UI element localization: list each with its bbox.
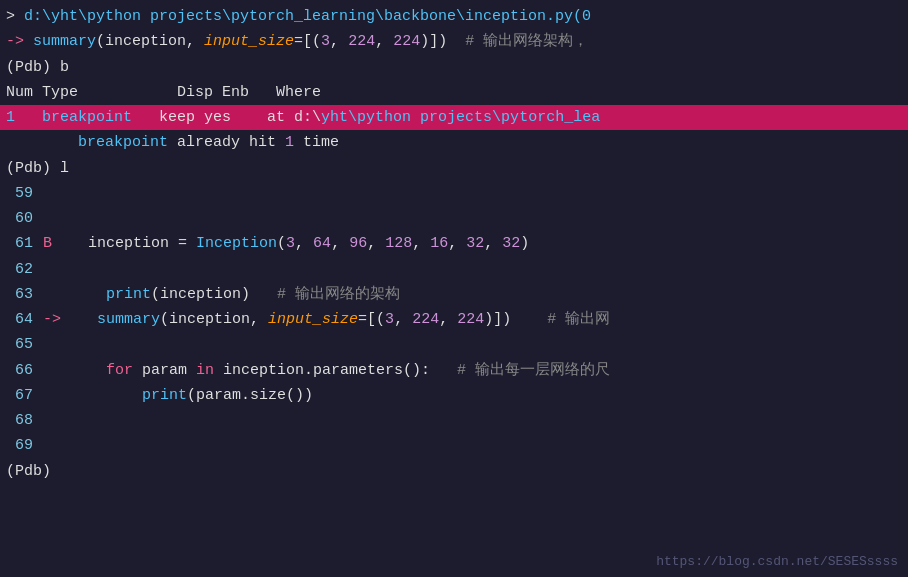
linenum-60: 60	[6, 207, 34, 230]
line-pdb-b: (Pdb) b	[0, 55, 908, 80]
line-breakpoint: 1 breakpoint keep yes at d:\ yht\python …	[0, 105, 908, 130]
summary-paren: (inception,	[96, 30, 204, 53]
code-66-rest: inception.parameters():	[214, 359, 457, 382]
line-68: 68	[0, 408, 908, 433]
code-64-c1: ,	[394, 308, 412, 331]
code-61-v4: 128	[385, 232, 412, 255]
path-prefix: >	[6, 5, 24, 28]
line-67: 67 print (param.size())	[0, 383, 908, 408]
bp-sub-time: time	[294, 131, 339, 154]
line-62: 62	[0, 257, 908, 282]
bp-spacing2: keep yes at	[132, 106, 294, 129]
bp-spacing3: d:\	[294, 106, 321, 129]
line-summary: -> summary (inception, input_size =[( 3 …	[0, 29, 908, 54]
linenum-69: 69	[6, 434, 34, 457]
pdb-prompt-final: (Pdb)	[6, 460, 51, 483]
code-64-v1: 3	[385, 308, 394, 331]
line-pdb-l: (Pdb) l	[0, 156, 908, 181]
code-64-eq: =[(	[358, 308, 385, 331]
code-61-v5: 16	[430, 232, 448, 255]
summary-end: )])	[420, 30, 465, 53]
summary-func: summary	[33, 30, 96, 53]
code-66-in: in	[196, 359, 214, 382]
watermark: https://blog.csdn.net/SESESssss	[656, 554, 898, 569]
summary-val1: 3	[321, 30, 330, 53]
code-64-end: )])	[484, 308, 547, 331]
line-path: > d:\yht\python projects\pytorch_learnin…	[0, 4, 908, 29]
code-61-paren: (	[277, 232, 286, 255]
code-63-comment: # 输出网络的架构	[277, 283, 400, 306]
summary-comma1: ,	[330, 30, 348, 53]
bp-type: breakpoint	[42, 106, 132, 129]
header-text: Num Type Disp Enb Where	[6, 81, 321, 104]
code-63-paren: (inception)	[151, 283, 277, 306]
arrow-indicator: ->	[6, 30, 33, 53]
summary-eq: =[(	[294, 30, 321, 53]
code-61-class: Inception	[196, 232, 277, 255]
code-66-sp	[34, 359, 106, 382]
code-61-sp: inception =	[52, 232, 196, 255]
pdb-prompt-l: (Pdb) l	[6, 157, 69, 180]
arrow-64: ->	[34, 308, 61, 331]
summary-comma2: ,	[375, 30, 393, 53]
code-66-for: for	[106, 359, 133, 382]
linenum-61: 61	[6, 232, 34, 255]
code-64-v3: 224	[457, 308, 484, 331]
code-61-c6: ,	[484, 232, 502, 255]
code-61-v1: 3	[286, 232, 295, 255]
linenum-67: 67	[6, 384, 34, 407]
code-63-print: print	[106, 283, 151, 306]
code-64-func: summary	[97, 308, 160, 331]
code-64-paren: (inception,	[160, 308, 268, 331]
line-59: 59	[0, 181, 908, 206]
code-66-comment: # 输出每一层网络的尺	[457, 359, 610, 382]
summary-val3: 224	[393, 30, 420, 53]
line-66: 66 for param in inception.parameters(): …	[0, 358, 908, 383]
summary-param: input_size	[204, 30, 294, 53]
code-66-param: param	[133, 359, 196, 382]
bp-spacing1	[15, 106, 42, 129]
b-marker: B	[34, 232, 52, 255]
code-61-end: )	[520, 232, 529, 255]
code-63-sp	[34, 283, 106, 306]
code-61-c5: ,	[448, 232, 466, 255]
linenum-63: 63	[6, 283, 34, 306]
summary-val2: 224	[348, 30, 375, 53]
code-61-c2: ,	[331, 232, 349, 255]
path-text: d:\yht\python projects\pytorch_learning\…	[24, 5, 591, 28]
code-61-c1: ,	[295, 232, 313, 255]
bp-sub-rest: already hit	[168, 131, 285, 154]
line-61: 61 B inception = Inception ( 3 , 64 , 96…	[0, 231, 908, 256]
linenum-59: 59	[6, 182, 34, 205]
line-65: 65	[0, 332, 908, 357]
line-bp-sub: breakpoint already hit 1 time	[0, 130, 908, 155]
code-64-sp	[61, 308, 97, 331]
code-61-v7: 32	[502, 232, 520, 255]
linenum-66: 66	[6, 359, 34, 382]
line-pdb-final: (Pdb)	[0, 459, 908, 484]
line-69: 69	[0, 433, 908, 458]
pdb-prompt-b: (Pdb) b	[6, 56, 69, 79]
bp-sub-spacing	[6, 131, 78, 154]
code-67-rest: (param.size())	[187, 384, 313, 407]
bp-sub-num: 1	[285, 131, 294, 154]
line-60: 60	[0, 206, 908, 231]
bp-num: 1	[6, 106, 15, 129]
code-64-v2: 224	[412, 308, 439, 331]
line-64: 64 -> summary (inception, input_size =[(…	[0, 307, 908, 332]
code-61-v2: 64	[313, 232, 331, 255]
code-61-v3: 96	[349, 232, 367, 255]
linenum-65: 65	[6, 333, 34, 356]
code-61-v6: 32	[466, 232, 484, 255]
bp-path: yht\python projects\pytorch_lea	[321, 106, 600, 129]
code-61-c3: ,	[367, 232, 385, 255]
line-header: Num Type Disp Enb Where	[0, 80, 908, 105]
terminal-window: > d:\yht\python projects\pytorch_learnin…	[0, 0, 908, 577]
code-61-c4: ,	[412, 232, 430, 255]
summary-comment: # 输出网络架构，	[465, 30, 588, 53]
linenum-64: 64	[6, 308, 34, 331]
bp-sub-text: breakpoint	[78, 131, 168, 154]
code-64-param: input_size	[268, 308, 358, 331]
linenum-62: 62	[6, 258, 34, 281]
line-63: 63 print (inception) # 输出网络的架构	[0, 282, 908, 307]
